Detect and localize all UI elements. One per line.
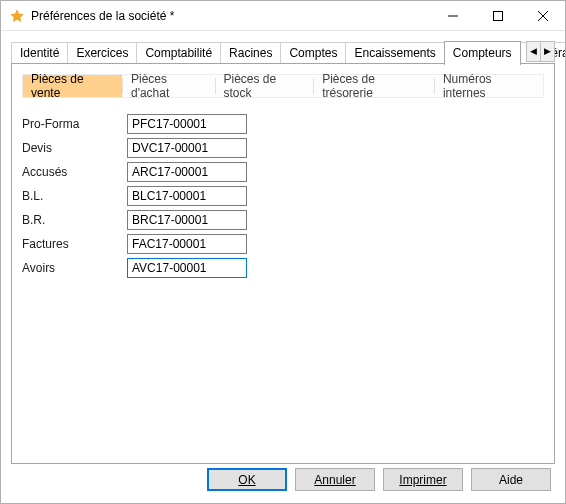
- close-button[interactable]: [520, 1, 565, 30]
- row-proforma: Pro-Forma: [22, 112, 544, 136]
- input-br[interactable]: [127, 210, 247, 230]
- tab-identite[interactable]: Identité: [11, 42, 68, 64]
- tab-racines[interactable]: Racines: [220, 42, 281, 64]
- counters-form: Pro-Forma Devis Accusés B.L. B.R. Factur…: [22, 112, 544, 280]
- row-factures: Factures: [22, 232, 544, 256]
- tab-encaissements[interactable]: Encaissements: [345, 42, 444, 64]
- subtab-numeros-internes[interactable]: Numéros internes: [435, 75, 543, 97]
- label-avoirs: Avoirs: [22, 261, 127, 275]
- input-accuses[interactable]: [127, 162, 247, 182]
- tab-comptabilite[interactable]: Comptabilité: [136, 42, 221, 64]
- input-proforma[interactable]: [127, 114, 247, 134]
- input-bl[interactable]: [127, 186, 247, 206]
- ok-button[interactable]: OK: [207, 468, 287, 491]
- minimize-button[interactable]: [430, 1, 475, 30]
- row-devis: Devis: [22, 136, 544, 160]
- svg-line-3: [538, 11, 548, 21]
- label-proforma: Pro-Forma: [22, 117, 127, 131]
- maximize-button[interactable]: [475, 1, 520, 30]
- label-accuses: Accusés: [22, 165, 127, 179]
- input-devis[interactable]: [127, 138, 247, 158]
- tab-comptes[interactable]: Comptes: [280, 42, 346, 64]
- svg-rect-1: [493, 11, 502, 20]
- window-title: Préférences de la société *: [31, 9, 430, 23]
- input-avoirs[interactable]: [127, 258, 247, 278]
- label-br: B.R.: [22, 213, 127, 227]
- subtab-pieces-stock[interactable]: Pièces de stock: [215, 75, 313, 97]
- row-avoirs: Avoirs: [22, 256, 544, 280]
- subtab-pieces-vente[interactable]: Pièces de vente: [23, 75, 122, 97]
- svg-line-2: [538, 11, 548, 21]
- tab-scroll-right[interactable]: ▶: [540, 41, 555, 62]
- dialog-buttons: OK Annuler Imprimer Aide: [207, 468, 551, 491]
- print-button[interactable]: Imprimer: [383, 468, 463, 491]
- titlebar: Préférences de la société *: [1, 1, 565, 31]
- row-br: B.R.: [22, 208, 544, 232]
- input-factures[interactable]: [127, 234, 247, 254]
- label-factures: Factures: [22, 237, 127, 251]
- tab-compteurs[interactable]: Compteurs: [444, 41, 521, 65]
- tab-exercices[interactable]: Exercices: [67, 42, 137, 64]
- label-bl: B.L.: [22, 189, 127, 203]
- help-button[interactable]: Aide: [471, 468, 551, 491]
- subtab-pieces-tresorerie[interactable]: Pièces de trésorerie: [314, 75, 434, 97]
- subtab-pieces-achat[interactable]: Pièces d'achat: [123, 75, 215, 97]
- tab-scroll-left[interactable]: ◀: [526, 41, 541, 62]
- subtab-bar: Pièces de vente Pièces d'achat Pièces de…: [22, 74, 544, 98]
- cancel-button[interactable]: Annuler: [295, 468, 375, 491]
- row-accuses: Accusés: [22, 160, 544, 184]
- tabs-container: Identité Exercices Comptabilité Racines …: [11, 41, 555, 464]
- tab-panel: Pièces de vente Pièces d'achat Pièces de…: [11, 64, 555, 464]
- app-star-icon: [9, 8, 25, 24]
- label-devis: Devis: [22, 141, 127, 155]
- row-bl: B.L.: [22, 184, 544, 208]
- tab-scroll-arrows: ◀ ▶: [526, 41, 555, 62]
- main-tabstrip: Identité Exercices Comptabilité Racines …: [11, 41, 555, 64]
- window-controls: [430, 1, 565, 30]
